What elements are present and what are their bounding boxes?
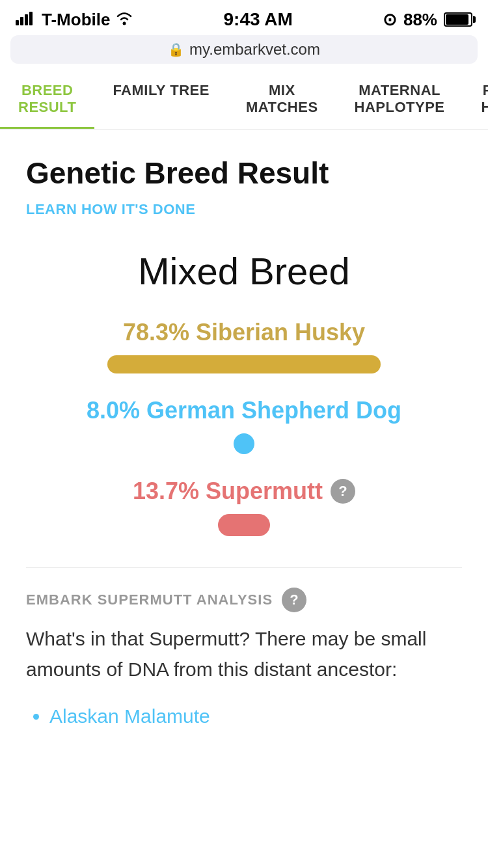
tab-paternal-haplotype[interactable]: PATE HAPL — [463, 69, 488, 129]
status-time: 9:43 AM — [224, 9, 293, 30]
tab-breed-result[interactable]: BREED RESULT — [0, 69, 94, 129]
svg-rect-3 — [29, 12, 33, 25]
carrier-name: T-Mobile — [42, 10, 110, 30]
signal-icon — [16, 10, 36, 30]
supermutt-section: EMBARK SUPERMUTT ANALYSIS ? What's in th… — [26, 567, 462, 727]
svg-rect-2 — [25, 14, 28, 25]
lock-icon: 🔒 — [168, 42, 184, 57]
breed-bar-husky — [107, 355, 381, 373]
supermutt-analysis-title: EMBARK SUPERMUTT ANALYSIS — [26, 591, 273, 608]
battery-percent: 88% — [403, 10, 437, 30]
breed-item-supermutt: 13.7% Supermutt ? — [26, 478, 462, 536]
tab-family-tree[interactable]: FAMILY TREE — [94, 69, 228, 129]
breed-bar-supermutt — [218, 514, 270, 536]
status-bar: T-Mobile 9:43 AM ⊙ 88% — [0, 0, 488, 35]
tab-mix-matches[interactable]: MIX MATCHES — [228, 69, 336, 129]
svg-rect-1 — [20, 17, 23, 25]
nav-tabs: BREED RESULT FAMILY TREE MIX MATCHES MAT… — [0, 69, 488, 129]
learn-how-link[interactable]: LEARN HOW IT'S DONE — [26, 201, 462, 218]
tab-maternal-haplotype[interactable]: MATERNAL HAPLOTYPE — [336, 69, 463, 129]
svg-point-4 — [123, 21, 126, 25]
breed-item-shepherd: 8.0% German Shepherd Dog — [26, 397, 462, 454]
battery-icon — [444, 12, 472, 27]
page-title: Genetic Breed Result — [26, 156, 462, 191]
supermutt-description: What's in that Supermutt? There may be s… — [26, 624, 462, 685]
status-left: T-Mobile — [16, 10, 133, 30]
url-text: my.embarkvet.com — [189, 40, 320, 59]
supermutt-header: EMBARK SUPERMUTT ANALYSIS ? — [26, 588, 462, 612]
wifi-icon — [115, 10, 133, 30]
breed-bar-shepherd — [234, 433, 254, 454]
breed-bar-shepherd-container — [26, 433, 462, 454]
supermutt-analysis-question-icon[interactable]: ? — [282, 588, 306, 612]
breed-bar-husky-container — [26, 355, 462, 373]
ancestor-list: Alaskan Malamute — [26, 705, 462, 727]
breed-label-husky: 78.3% Siberian Husky — [26, 319, 462, 346]
supermutt-question-icon[interactable]: ? — [331, 479, 355, 504]
svg-rect-0 — [16, 20, 19, 25]
main-content: Genetic Breed Result LEARN HOW IT'S DONE… — [0, 129, 488, 759]
breed-label-shepherd: 8.0% German Shepherd Dog — [26, 397, 462, 424]
breed-label-supermutt: 13.7% Supermutt ? — [26, 478, 462, 505]
breed-item-husky: 78.3% Siberian Husky — [26, 319, 462, 373]
url-bar[interactable]: 🔒 my.embarkvet.com — [10, 35, 478, 64]
ancestor-item[interactable]: Alaskan Malamute — [49, 705, 462, 727]
status-right: ⊙ 88% — [383, 10, 472, 30]
breed-name: Mixed Breed — [26, 249, 462, 293]
breed-bar-supermutt-container — [26, 514, 462, 536]
location-icon: ⊙ — [383, 10, 397, 30]
